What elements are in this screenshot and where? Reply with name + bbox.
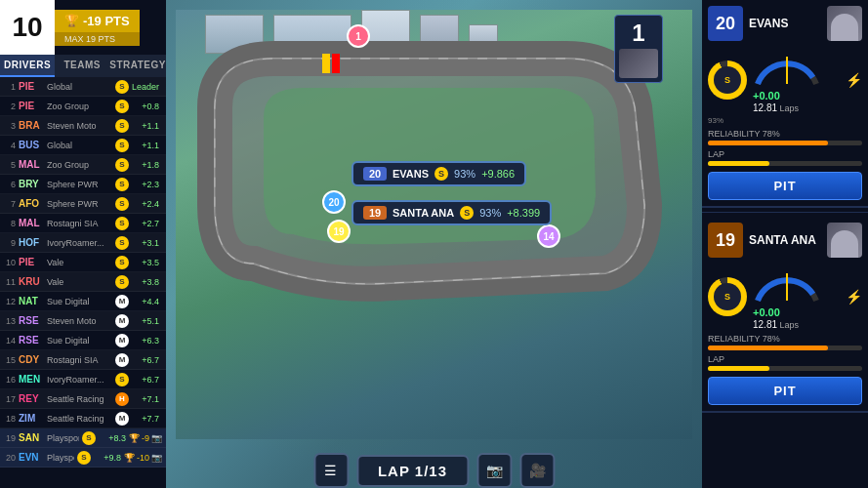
driver-code: EVN — [19, 452, 44, 463]
driver-row[interactable]: 1 PIE Global S Leader — [0, 77, 166, 97]
driver-row[interactable]: 16 MEN IvoryRoamer... S +6.7 — [0, 370, 166, 389]
score-sub: MAX 19 PTS — [55, 32, 140, 46]
driver-tire: S — [115, 80, 129, 94]
evans-pct-label: 93% — [708, 116, 723, 125]
driver-pos: 7 — [4, 199, 16, 209]
video-button[interactable]: 🎥 — [519, 453, 555, 488]
evans-energy-icon: ⚡ — [846, 72, 862, 88]
driver-pos: 10 — [4, 258, 16, 267]
driver-code: BRY — [19, 179, 44, 189]
svg-rect-1 — [332, 54, 340, 73]
driver-gap: +1.1 — [132, 121, 159, 131]
driver-team: Rostagni SIA — [47, 355, 112, 365]
driver-row[interactable]: 17 REY Seattle Racing H +7.1 — [0, 389, 166, 409]
driver-gap: +6.3 — [132, 336, 159, 346]
driver-row[interactable]: 9 HOF IvoryRoamer... S +3.1 — [0, 233, 166, 253]
tab-teams[interactable]: TEAMS — [55, 55, 109, 77]
evans-pct: 93% — [454, 168, 475, 180]
track-marker-1: 1 — [347, 24, 370, 48]
driver-pos: 6 — [4, 180, 16, 189]
driver-row[interactable]: 10 PIE Vale S +3.5 — [0, 253, 166, 272]
driver-row[interactable]: 6 BRY Sphere PWR S +2.3 — [0, 175, 166, 194]
driver-gap: Leader — [132, 82, 159, 92]
evans-num: 20 — [363, 167, 387, 181]
tab-strategy[interactable]: STRATEGY — [109, 55, 166, 77]
driver-row[interactable]: 2 PIE Zoo Group S +0.8 — [0, 97, 166, 116]
driver-row[interactable]: 3 BRA Steven Moto S +1.1 — [0, 116, 166, 136]
santaana-energy-icon: ⚡ — [846, 289, 862, 305]
driver-row[interactable]: 8 MAL Rostagni SIA S +2.7 — [0, 214, 166, 233]
right-panel: 20 EVANS S — [702, 0, 868, 488]
position-badge: 10 🏆 -19 PTS MAX 19 PTS — [0, 0, 140, 55]
driver-row[interactable]: 14 RSE Sue Digital M +6.3 — [0, 331, 166, 350]
driver-gap: +7.1 — [132, 394, 159, 404]
driver-row[interactable]: 4 BUS Global S +1.1 — [0, 136, 166, 155]
score-badge: 🏆 -19 PTS — [55, 10, 140, 32]
evans-reliability: RELIABILITY 78% — [708, 129, 862, 145]
driver-gap: +3.8 — [132, 277, 159, 287]
driver-team: Global — [47, 141, 112, 150]
driver-row[interactable]: 7 AFO Sphere PWR S +2.4 — [0, 194, 166, 214]
driver-row[interactable]: 5 MAL Zoo Group S +1.8 — [0, 155, 166, 175]
driver-pos: 8 — [4, 219, 16, 228]
driver-row[interactable]: 18 ZIM Seattle Racing M +7.7 — [0, 409, 166, 428]
driver-pos: 15 — [4, 355, 16, 365]
driver-tire: S — [115, 275, 129, 289]
santaana-tire-gauge: S — [708, 277, 747, 316]
santaana-pit-button[interactable]: PIT — [708, 377, 862, 405]
evans-speed-gauge: +0.00 12.81 Laps — [753, 47, 840, 113]
driver-gap: +3.5 — [132, 258, 159, 267]
score-label: -19 PTS — [83, 14, 130, 28]
tab-bar: DRIVERS TEAMS STRATEGY — [0, 55, 166, 77]
driver-pos: 1 — [4, 82, 16, 92]
trophy-icon: 🏆 — [124, 453, 135, 463]
evans-callout: 20 EVANS S 93% +9.866 — [351, 161, 526, 186]
driver-code: REY — [19, 393, 44, 404]
driver-team: Zoo Group — [47, 102, 112, 111]
driver-code: PIE — [19, 257, 44, 267]
driver-code: RSE — [19, 335, 44, 346]
driver-code: CDY — [19, 354, 44, 365]
driver-pos: 9 — [4, 238, 16, 248]
evans-tire: S — [434, 167, 448, 181]
photo-button[interactable]: 📷 — [476, 453, 512, 488]
tab-drivers[interactable]: DRIVERS — [0, 55, 55, 77]
trophy-icon: 🏆 — [129, 433, 140, 443]
pos1-num: 1 — [619, 20, 658, 47]
evans-name: EVANS — [393, 168, 429, 180]
driver-gap: +6.7 — [132, 375, 159, 385]
santaana-reliability: RELIABILITY 78% — [708, 334, 862, 350]
driver-pos: 5 — [4, 160, 16, 170]
menu-button[interactable]: ☰ — [313, 453, 349, 488]
driver-extra: 🏆-9📷 — [129, 433, 162, 443]
driver-row[interactable]: 15 CDY Rostagni SIA M +6.7 — [0, 350, 166, 370]
driver-code: MAL — [19, 218, 44, 228]
driver-gap: +2.7 — [132, 219, 159, 228]
driver-tire: S — [115, 197, 129, 211]
evans-pit-button[interactable]: PIT — [708, 172, 862, 200]
driver-code: SAN — [19, 432, 44, 443]
driver-row[interactable]: 12 NAT Sue Digital M +4.4 — [0, 292, 166, 311]
driver-tire: M — [115, 412, 129, 426]
santaana-speed: +0.00 — [753, 306, 780, 318]
evans-lap-bar: LAP — [708, 149, 862, 166]
driver-pos: 18 — [4, 414, 16, 424]
driver-tire: S — [115, 178, 129, 191]
santaana-name: SANTA ANA — [393, 207, 454, 219]
evans-gap: +9.866 — [481, 168, 515, 180]
driver-tire: M — [115, 295, 129, 308]
driver-row[interactable]: 11 KRU Vale S +3.8 — [0, 272, 166, 292]
driver-tire: M — [115, 353, 129, 367]
driver-row[interactable]: 13 RSE Steven Moto M +5.1 — [0, 311, 166, 331]
driver-row[interactable]: 19 SAN Playsport Ra... S +8.3 🏆-9📷 — [0, 428, 166, 448]
driver-pos: 19 — [4, 433, 16, 443]
driver-pos: 12 — [4, 297, 16, 306]
santaana-pct: 93% — [479, 207, 501, 219]
driver-list: 1 PIE Global S Leader 2 PIE Zoo Group S … — [0, 77, 166, 488]
driver-gap: +5.1 — [132, 316, 159, 326]
driver-row[interactable]: 20 EVN Playsport Ra... S +9.8 🏆-10📷 — [0, 448, 166, 468]
driver-team: Vale — [47, 277, 112, 287]
driver-team: IvoryRoamer... — [47, 375, 112, 385]
track-marker-20: 20 — [322, 190, 346, 214]
driver-gap: +8.3 — [99, 433, 126, 443]
